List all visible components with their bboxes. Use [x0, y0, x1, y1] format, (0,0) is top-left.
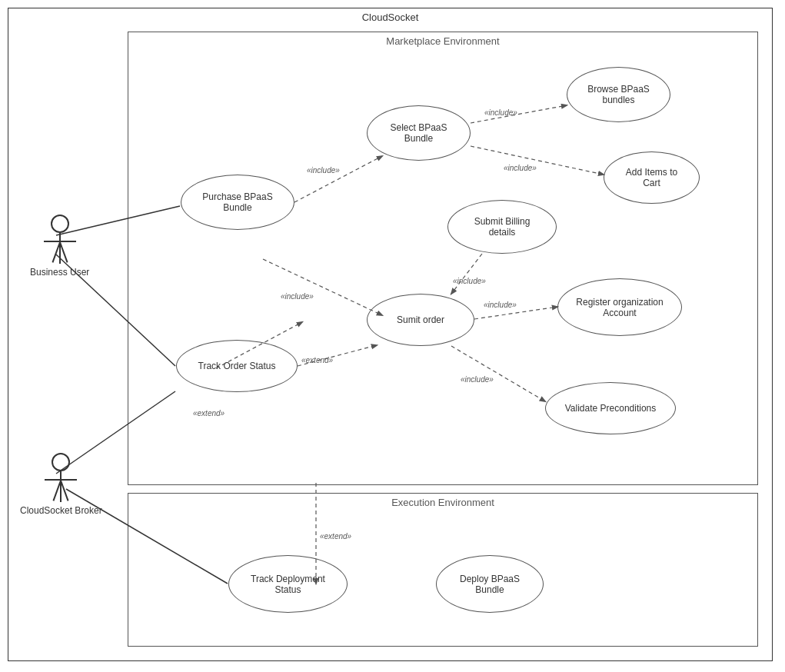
execution-box: Execution Environment Track DeploymentSt…: [128, 493, 758, 647]
svg-line-6: [263, 259, 382, 315]
svg-text:«include»: «include»: [484, 301, 517, 309]
svg-text:«include»: «include»: [484, 108, 517, 117]
actor-body-broker: [60, 471, 62, 502]
use-case-track-deploy: Track DeploymentStatus: [228, 555, 348, 613]
use-case-register-org: Register organizationAccount: [557, 278, 682, 336]
svg-line-0: [294, 156, 382, 202]
actor-legs-left-business: [59, 242, 68, 263]
actor-label-business: Business User: [30, 267, 89, 278]
actor-head-broker: [52, 453, 70, 471]
actor-label-broker: CloudSocket Broker: [20, 505, 102, 516]
svg-text:«include»: «include»: [461, 375, 494, 384]
svg-line-8: [451, 254, 482, 294]
use-case-validate-precond: Validate Preconditions: [545, 382, 676, 434]
use-case-select-bpaas: Select BPaaSBundle: [367, 105, 471, 161]
svg-line-12: [451, 346, 545, 401]
use-case-submit-billing: Submit Billingdetails: [447, 200, 557, 254]
marketplace-label: Marketplace Environment: [386, 35, 499, 47]
use-case-browse-bpaas: Browse BPaaSbundles: [567, 67, 670, 122]
actor-body-business: [59, 233, 61, 264]
svg-text:«extend»: «extend»: [301, 356, 334, 364]
diagram-title: CloudSocket: [362, 12, 419, 23]
use-case-sumit-order: Sumit order: [367, 294, 474, 346]
svg-text:«include»: «include»: [307, 166, 340, 175]
use-case-purchase-bpaas: Purchase BPaaSBundle: [181, 175, 294, 230]
actor-legs-left-broker: [60, 481, 68, 501]
svg-line-4: [471, 146, 604, 175]
use-case-add-items: Add Items toCart: [604, 151, 700, 204]
svg-text:«include»: «include»: [504, 164, 537, 172]
use-case-deploy-bpaas: Deploy BPaaSBundle: [436, 555, 544, 613]
actor-business-user: Business User: [30, 215, 89, 278]
svg-line-2: [471, 105, 567, 123]
actor-legs-right-business: [52, 242, 60, 263]
execution-label: Execution Environment: [391, 497, 494, 508]
actor-head-business: [51, 215, 69, 233]
use-case-track-order: Track Order Status: [176, 340, 298, 392]
svg-line-14: [298, 345, 377, 366]
actor-cloudsocket-broker: CloudSocket Broker: [20, 453, 102, 516]
svg-line-10: [474, 307, 557, 319]
svg-text:«include»: «include»: [453, 277, 486, 285]
diagram-container: CloudSocket Marketplace Environment Sele…: [8, 8, 773, 661]
actor-legs-right-broker: [53, 481, 62, 501]
marketplace-box: Marketplace Environment Select BPaaSBund…: [128, 32, 758, 485]
svg-text:«include»: «include»: [281, 292, 314, 301]
